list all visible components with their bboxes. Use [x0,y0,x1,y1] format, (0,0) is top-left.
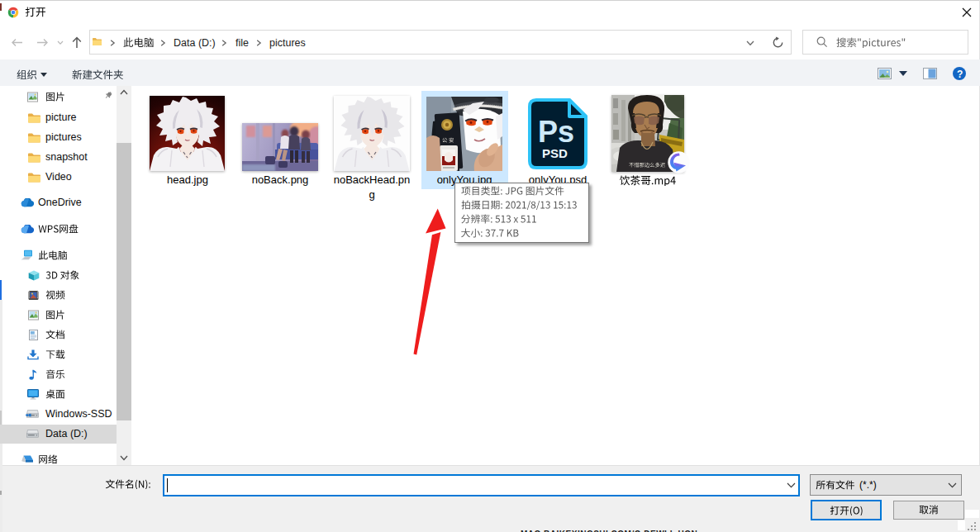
svg-text:PSD: PSD [542,146,568,160]
svg-text:Ps: Ps [538,115,574,149]
